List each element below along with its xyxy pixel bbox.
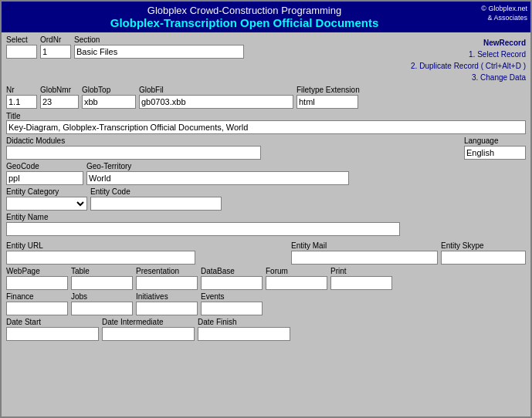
filetype-input[interactable] (296, 95, 358, 109)
globfil-label: GlobFil (139, 86, 293, 94)
geocode-input[interactable] (6, 171, 83, 185)
entity-skype-label: Entity Skype (441, 241, 526, 250)
jobs-label: Jobs (71, 292, 133, 301)
title-input[interactable] (6, 120, 526, 134)
select-input[interactable] (6, 45, 37, 59)
date-start-input[interactable] (6, 327, 99, 341)
entity-code-label: Entity Code (90, 187, 222, 196)
entity-category-label: Entity Category (6, 187, 87, 196)
globnmr-group: GlobNmr (40, 86, 79, 109)
copyright: © Globplex.net& Associates (481, 5, 527, 22)
finance-label: Finance (6, 292, 68, 301)
date-start-label: Date Start (6, 318, 99, 326)
date-intermediate-group: Date Intermediate (102, 318, 195, 341)
table-label: Table (71, 267, 133, 275)
date-finish-input[interactable] (198, 327, 290, 341)
new-record-box: NewRecord 1. Select Record 2. Duplicate … (402, 35, 526, 83)
filetype-group: Filetype Extension (296, 86, 360, 109)
table-input[interactable] (71, 276, 133, 290)
globtop-input[interactable] (82, 95, 136, 109)
title-row: Title (6, 111, 526, 134)
presentation-label: Presentation (136, 267, 198, 275)
language-input[interactable] (464, 146, 526, 160)
new-record-item2: 2. Duplicate Record ( Ctrl+Alt+D ) (402, 60, 526, 72)
select-label: Select (6, 35, 37, 44)
jobs-input[interactable] (71, 302, 133, 315)
entity-mail-label: Entity Mail (291, 241, 438, 250)
entity-mail-input[interactable] (291, 251, 438, 265)
entity-url-group: Entity URL (6, 241, 288, 265)
geocode-label: GeoCode (6, 162, 83, 170)
initiatives-input[interactable] (136, 302, 198, 315)
new-record-label: NewRecord (402, 37, 526, 49)
territory-input[interactable] (86, 171, 349, 185)
header-title1: Globplex Crowd-Construction Programming (5, 5, 484, 16)
initiatives-label: Initiatives (136, 292, 198, 301)
ordnr-group: OrdNr (40, 35, 71, 59)
presentation-group: Presentation (136, 267, 198, 290)
ordnr-input[interactable] (40, 45, 71, 59)
events-input[interactable] (201, 302, 263, 315)
print-input[interactable] (330, 276, 392, 290)
entity-mail-group: Entity Mail (291, 241, 438, 265)
didactic-group: Didactic Modules (6, 137, 461, 160)
filetype-label: Filetype Extension (296, 86, 360, 94)
presentation-input[interactable] (136, 276, 198, 290)
entity-url-label: Entity URL (6, 241, 288, 250)
events-group: Events (201, 292, 263, 315)
forum-input[interactable] (266, 276, 327, 290)
territory-group: Geo-Territory (86, 162, 526, 185)
nr-label: Nr (6, 86, 37, 94)
section-input[interactable] (74, 45, 244, 59)
language-group: Language (464, 137, 526, 160)
entity-category-select[interactable] (6, 197, 87, 211)
section-group: Section (74, 35, 402, 59)
forum-label: Forum (266, 267, 327, 275)
date-intermediate-input[interactable] (102, 327, 195, 341)
entity-category-group: Entity Category (6, 187, 87, 211)
print-group: Print (330, 267, 392, 290)
finance-group: Finance (6, 292, 68, 315)
finance-input[interactable] (6, 302, 68, 315)
header: © Globplex.net& Associates Globplex Crow… (2, 2, 530, 32)
database-input[interactable] (201, 276, 263, 290)
table-group: Table (71, 267, 133, 290)
globfil-input[interactable] (139, 95, 293, 109)
entity-url-input[interactable] (6, 251, 195, 265)
entity-skype-group: Entity Skype (441, 241, 526, 265)
date-intermediate-label: Date Intermediate (102, 318, 195, 326)
entity-name-label: Entity Name (6, 213, 526, 221)
date-start-group: Date Start (6, 318, 99, 341)
date-finish-group: Date Finish (198, 318, 290, 341)
globtop-group: GlobTop (82, 86, 136, 109)
entity-code-input[interactable] (90, 197, 222, 211)
nr-group: Nr (6, 86, 37, 109)
globtop-label: GlobTop (82, 86, 136, 94)
database-group: DataBase (201, 267, 263, 290)
new-record-item3: 3. Change Data (402, 72, 526, 83)
entity-name-group: Entity Name (6, 213, 526, 236)
print-label: Print (330, 267, 392, 275)
language-label: Language (464, 137, 526, 145)
form-area: Select OrdNr Section NewRecord 1. Select… (2, 32, 530, 346)
entity-name-input[interactable] (6, 222, 400, 236)
didactic-input[interactable] (6, 146, 261, 160)
section-label: Section (74, 35, 402, 44)
globnmr-label: GlobNmr (40, 86, 79, 94)
title-label: Title (6, 112, 21, 120)
entity-code-group: Entity Code (90, 187, 222, 211)
main-container: © Globplex.net& Associates Globplex Crow… (0, 0, 532, 418)
header-title2: Globplex-Transcription Open Official Doc… (5, 16, 484, 29)
database-label: DataBase (201, 267, 263, 275)
webpage-input[interactable] (6, 276, 68, 290)
webpage-group: WebPage (6, 267, 68, 290)
select-group: Select (6, 35, 37, 59)
initiatives-group: Initiatives (136, 292, 198, 315)
nr-input[interactable] (6, 95, 37, 109)
webpage-label: WebPage (6, 267, 68, 275)
jobs-group: Jobs (71, 292, 133, 315)
didactic-label: Didactic Modules (6, 137, 461, 145)
geocode-group: GeoCode (6, 162, 83, 185)
entity-skype-input[interactable] (441, 251, 526, 265)
globnmr-input[interactable] (40, 95, 79, 109)
